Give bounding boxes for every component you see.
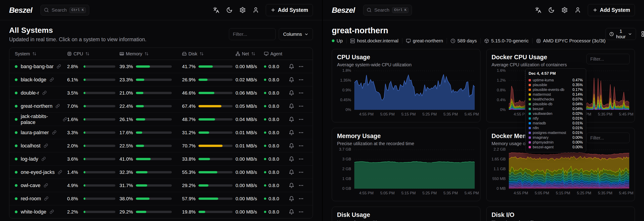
- nav-actions: Add System: [213, 4, 313, 16]
- agent-cell: 0.8.0: [264, 64, 287, 69]
- settings-button[interactable]: [240, 7, 246, 13]
- docker_memory-filter-input[interactable]: [586, 133, 630, 143]
- system-detail-panel: Beszel Search Ctrl K Add System gre: [322, 0, 644, 221]
- cpu-plot[interactable]: [354, 71, 475, 110]
- row-actions-button[interactable]: [298, 169, 304, 175]
- add-system-button[interactable]: Add System: [266, 4, 313, 16]
- open-system-link-icon[interactable]: [50, 78, 54, 82]
- row-actions-button[interactable]: [298, 117, 304, 122]
- open-system-link-icon[interactable]: [44, 143, 48, 148]
- x-axis: 4:55 PM5:05 PM5:15 PM5:25 PM5:35 PM5:45 …: [509, 191, 629, 196]
- system-row-jack-rabbits-palace[interactable]: jack-rabbits-palace1.6%26.1%48.7%0.04 MB…: [9, 113, 313, 126]
- net-value: 0.01 MB/s: [236, 130, 264, 135]
- row-actions-button[interactable]: [298, 196, 304, 201]
- search-button[interactable]: Search Ctrl K: [40, 5, 90, 16]
- status-dot: [15, 158, 18, 160]
- settings-button[interactable]: [562, 7, 568, 13]
- alerts-bell-button[interactable]: [289, 169, 294, 175]
- alerts-bell-button[interactable]: [289, 183, 294, 188]
- column-header-net[interactable]: Net: [236, 51, 264, 57]
- open-system-link-icon[interactable]: [57, 64, 61, 69]
- series-color-swatch: [529, 141, 531, 143]
- row-actions-button[interactable]: [298, 64, 304, 69]
- open-system-link-icon[interactable]: [52, 130, 56, 135]
- system-row-red-room[interactable]: red-room0.8%38.0%57.9%0.00 MB/s0.8.0: [9, 192, 313, 205]
- alerts-bell-button[interactable]: [289, 196, 294, 201]
- row-actions-button[interactable]: [298, 183, 304, 188]
- alerts-bell-button[interactable]: [289, 130, 294, 135]
- system-row-bang-bang-bar[interactable]: bang-bang-bar2.8%39.3%41.7%0.00 MB/s0.8.…: [9, 60, 313, 73]
- user-menu-button[interactable]: [252, 7, 259, 13]
- system-row-laura-palmer[interactable]: laura-palmer3.3%17.6%31.2%0.01 MB/s0.8.0: [9, 126, 313, 139]
- theme-toggle-button[interactable]: [548, 7, 554, 13]
- series-color-swatch: [529, 93, 531, 96]
- column-header-disk[interactable]: Disk: [182, 51, 236, 57]
- column-header-system[interactable]: System: [15, 51, 67, 57]
- open-system-link-icon[interactable]: [44, 183, 48, 187]
- system-row-localhost[interactable]: localhost2.0%22.5%70.7%0.01 MB/s0.8.0: [9, 139, 313, 152]
- open-system-link-icon[interactable]: [42, 91, 47, 95]
- language-button[interactable]: [535, 7, 541, 13]
- beszel-logo[interactable]: Beszel: [9, 6, 32, 15]
- system-row-owl-cave[interactable]: owl-cave4.9%31.7%29.2%0.00 MB/s0.8.0: [9, 179, 313, 192]
- alerts-bell-button[interactable]: [289, 156, 294, 162]
- row-actions-button[interactable]: [298, 156, 304, 162]
- meta-clock: 589 days: [450, 38, 477, 44]
- alerts-bell-button[interactable]: [289, 143, 294, 149]
- language-button[interactable]: [213, 7, 219, 13]
- system-row-great-northern[interactable]: great-northern7.0%22.4%67.4%0.05 MB/s0.8…: [9, 100, 313, 113]
- row-actions-button[interactable]: [298, 90, 304, 96]
- system-row-black-lodge[interactable]: black-lodge6.1%23.3%26.9%0.02 MB/s0.8.0: [9, 73, 313, 86]
- system-name: laura-palmer: [21, 130, 49, 136]
- docker_cpu-filter-input[interactable]: [586, 54, 630, 64]
- agent-cell: 0.8.0: [264, 143, 287, 149]
- add-system-label: Add System: [278, 7, 308, 13]
- tooltip-item: uptime-kuma0.47%: [529, 78, 583, 83]
- columns-button[interactable]: Columns: [279, 28, 313, 40]
- row-actions-button[interactable]: [298, 103, 304, 109]
- cpu-cell: 3.5%: [67, 90, 120, 96]
- system-row-double-r[interactable]: double-r3.5%21.0%46.6%0.06 MB/s0.8.0: [9, 86, 313, 100]
- box-icon: [484, 39, 489, 43]
- theme-toggle-button[interactable]: [226, 7, 232, 13]
- row-actions-button[interactable]: [298, 143, 304, 149]
- status-dot: [15, 92, 18, 94]
- row-actions-button[interactable]: [298, 130, 304, 135]
- time-range-select[interactable]: 1 hour: [606, 28, 636, 40]
- open-system-link-icon[interactable]: [42, 157, 46, 161]
- open-system-link-icon[interactable]: [58, 170, 62, 174]
- alerts-bell-button[interactable]: [289, 77, 294, 83]
- system-row-log-lady[interactable]: log-lady3.6%41.0%33.8%0.00 MB/s0.8.0: [9, 152, 313, 166]
- series-color-swatch: [529, 89, 531, 91]
- docker_memory-plot[interactable]: [509, 149, 629, 189]
- search-button[interactable]: Search Ctrl K: [363, 5, 412, 16]
- user-menu-button[interactable]: [574, 7, 581, 13]
- row-actions-button[interactable]: [298, 77, 304, 83]
- open-system-link-icon[interactable]: [44, 196, 48, 201]
- alerts-bell-button[interactable]: [289, 90, 294, 96]
- alerts-bell-button[interactable]: [289, 117, 294, 122]
- open-system-link-icon[interactable]: [63, 117, 67, 121]
- add-system-button[interactable]: Add System: [588, 4, 635, 16]
- system-row-one-eyed-jacks[interactable]: one-eyed-jacks1.4%32.3%55.3%0.00 MB/s0.8…: [9, 166, 313, 179]
- net-value: 0.05 MB/s: [236, 103, 264, 109]
- beszel-logo[interactable]: Beszel: [332, 6, 355, 15]
- open-system-link-icon[interactable]: [50, 209, 54, 214]
- column-header-memory[interactable]: Memory: [120, 51, 182, 57]
- column-header-cpu[interactable]: CPU: [67, 51, 120, 57]
- memory-plot[interactable]: [354, 149, 475, 189]
- system-row-white-lodge[interactable]: white-lodge2.2%29.2%19.8%0.00 MB/s0.8.0: [9, 205, 313, 218]
- row-actions-button[interactable]: [298, 209, 304, 215]
- alerts-bell-button[interactable]: [289, 209, 294, 215]
- open-system-link-icon[interactable]: [56, 104, 60, 108]
- systems-filter-input[interactable]: [229, 28, 276, 40]
- alerts-bell-button[interactable]: [289, 103, 294, 109]
- alerts-bell-button[interactable]: [289, 64, 294, 69]
- chevron-down-icon: [628, 32, 632, 36]
- meta-box: 5.15.0-70-generic: [484, 38, 529, 44]
- layout-grid-button[interactable]: [641, 31, 644, 37]
- column-header-agent[interactable]: Agent: [264, 51, 287, 57]
- tooltip-item: mariadb0.01%: [529, 121, 583, 126]
- y-axis: 2.2 GB1.65 GB1.1 GB550 MB0 MB: [492, 149, 506, 189]
- agent-status-dot: [264, 105, 266, 107]
